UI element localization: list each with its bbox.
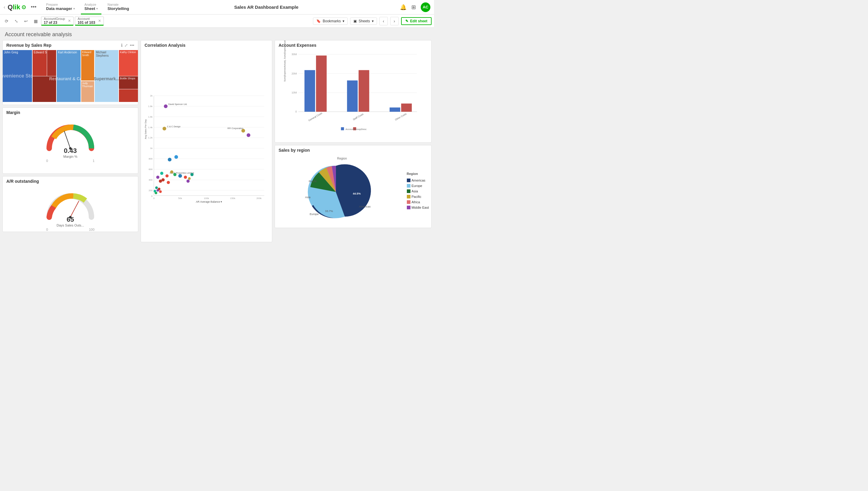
nav-prepare[interactable]: Prepare Data manager ▾ (43, 0, 79, 15)
pie-svg: Region (277, 155, 407, 226)
expand-icon[interactable]: ⤡ (12, 17, 21, 25)
selections-icon[interactable]: ▦ (31, 17, 40, 25)
bell-icon[interactable]: 🔔 (400, 4, 407, 10)
sales-by-region-legend: Region Americas Europe Asia (407, 155, 429, 226)
scatter-point-rfi2[interactable] (247, 133, 250, 137)
treemap-kathy-top[interactable]: Kathy Clinton (119, 50, 138, 76)
bar-staff-actual[interactable] (347, 81, 358, 112)
revenue-treemap[interactable]: John Greg Convenience Stores Edward Smit… (3, 50, 138, 102)
info-icon[interactable]: ℹ (121, 43, 122, 48)
bookmarks-dropdown-icon: ▾ (342, 19, 344, 23)
filter-chip-account-label: Account (78, 17, 95, 21)
scatter-point-b1[interactable] (155, 186, 158, 189)
scatter-point-m1[interactable] (168, 158, 171, 161)
scatter-point-david[interactable] (164, 104, 168, 108)
nav-narrate[interactable]: Narrate Storytelling (104, 0, 133, 15)
edit-sheet-button[interactable]: ✎ Edit sheet (401, 17, 431, 25)
scatter-point-b6[interactable] (153, 190, 156, 193)
revenue-chart-card: Revenue by Sales Rep ℹ ⤢ ••• John Greg C… (2, 40, 138, 105)
legend-title: Region (407, 172, 429, 176)
account-expenses-chart[interactable]: Sum(ExpenseActual), Sum(ExpenseBudget) 3… (275, 50, 431, 135)
scatter-point-a8[interactable] (159, 179, 162, 182)
legend-middleeast[interactable]: Middle East (407, 206, 429, 209)
filter-chip-account-close[interactable]: ✕ (98, 19, 101, 23)
bar-staff-budget[interactable] (359, 70, 369, 112)
smart-search-icon[interactable]: ⟳ (2, 17, 11, 25)
treemap-john-greg[interactable]: John Greg Convenience Stores (3, 50, 33, 102)
scatter-point-a2[interactable] (156, 176, 159, 178)
margin-min: 0 (46, 159, 48, 163)
svg-text:C & C Design: C & C Design (167, 125, 180, 128)
page-title: Account receivable analysis (0, 28, 434, 40)
next-sheet-button[interactable]: › (390, 17, 399, 25)
filter-chip-account[interactable]: Account 101 of 103 ✕ (75, 17, 104, 26)
svg-text:44.5%: 44.5% (353, 192, 361, 195)
margin-range: 0 1 (46, 159, 94, 163)
legend-americas[interactable]: Americas (407, 178, 429, 182)
treemap-michael-label: Michael Stephens (95, 50, 119, 58)
scatter-point-a1[interactable] (160, 172, 163, 175)
sheets-button[interactable]: ▣ Sheets ▾ (350, 18, 377, 25)
svg-text:RFI Corporation: RFI Corporation (228, 127, 244, 130)
treemap-edward-orange[interactable]: Edward Smith (81, 50, 95, 81)
nav-dots[interactable]: ••• (31, 4, 36, 10)
scatter-point-b4[interactable] (159, 190, 162, 193)
grid-icon[interactable]: ⊞ (411, 4, 416, 10)
margin-gauge: 0.43 Margin % 0 1 (3, 117, 138, 164)
filter-chip-accountgroup-close[interactable]: ✕ (68, 19, 71, 23)
correlation-svg: Avg Sales Per Day 2k 1.8k (143, 51, 270, 240)
bar-general-budget[interactable] (316, 56, 327, 112)
legend-middleeast-color (407, 206, 411, 209)
filter-right: 🔖 Bookmarks ▾ ▣ Sheets ▾ ‹ › ✎ Edit shee… (313, 17, 431, 25)
svg-rect-49 (341, 127, 344, 130)
scatter-point-cc[interactable] (163, 127, 166, 130)
bookmarks-button[interactable]: 🔖 Bookmarks ▾ (313, 18, 348, 25)
treemap-judy[interactable]: Judy Thurman (81, 81, 95, 102)
svg-text:200k: 200k (256, 197, 262, 200)
bar-other-actual[interactable] (390, 107, 400, 112)
nav-prepare-dropdown: ▾ (73, 7, 75, 10)
scatter-point-a7[interactable] (167, 181, 170, 184)
legend-pacific[interactable]: Pacific (407, 195, 429, 198)
prev-sheet-button[interactable]: ‹ (380, 17, 388, 25)
nav-analyze[interactable]: Analyze Sheet ▾ (81, 0, 102, 15)
bar-other-budget[interactable] (401, 104, 412, 112)
filter-chip-accountgroup[interactable]: AccountGroup 17 of 23 ✕ (41, 17, 74, 26)
treemap-edward-sub2 (47, 50, 56, 76)
correlation-chart[interactable]: Avg Sales Per Day 2k 1.8k (141, 50, 272, 240)
scatter-point-sifton[interactable] (178, 174, 182, 178)
nav-back-icon[interactable]: ‹ (4, 4, 5, 10)
expand-chart-icon[interactable]: ⤢ (124, 43, 128, 48)
treemap-karl-anderson[interactable]: Karl Anderson Restaurant & Cafes (57, 50, 81, 102)
more-icon[interactable]: ••• (130, 43, 134, 48)
account-expenses-header: Account Expenses (275, 40, 431, 50)
scatter-point-a10[interactable] (187, 179, 190, 182)
scatter-point-a11[interactable] (191, 173, 193, 176)
legend-africa[interactable]: Africa (407, 200, 429, 204)
filter-chip-accountgroup-value: 17 of 23 (44, 21, 65, 25)
scatter-point-a6[interactable] (173, 173, 176, 176)
scatter-point-m2[interactable] (174, 155, 178, 158)
scatter-point-a12[interactable] (188, 177, 191, 180)
sales-by-region-card: Sales by region Region (275, 145, 431, 228)
svg-text:150k: 150k (230, 197, 235, 200)
legend-asia[interactable]: Asia (407, 190, 429, 193)
undo-icon[interactable]: ↩ (22, 17, 30, 25)
treemap-michael[interactable]: Michael Stephens Supermark... (95, 50, 119, 102)
nav-prepare-value: Data manager (46, 6, 72, 11)
avatar[interactable]: AC (421, 2, 430, 12)
svg-text:Region: Region (337, 157, 347, 160)
scatter-point-a5[interactable] (170, 170, 173, 173)
scatter-point-b3[interactable] (158, 187, 161, 190)
svg-text:200: 200 (148, 189, 153, 192)
scatter-point-a9[interactable] (184, 176, 187, 178)
scatter-point-a4[interactable] (165, 174, 168, 177)
margin-value: 0.43 (63, 147, 77, 155)
treemap-edward-orange-label: Edward Smith (81, 50, 94, 57)
revenue-chart-title: Revenue by Sales Rep (6, 43, 119, 48)
filter-chip-account-value: 101 of 103 (78, 21, 95, 25)
sales-by-region-pie[interactable]: Region (277, 155, 407, 226)
legend-europe[interactable]: Europe (407, 184, 429, 187)
treemap-bottle-shops[interactable]: Bottle Shops (119, 76, 138, 89)
bar-general-actual[interactable] (305, 70, 315, 112)
